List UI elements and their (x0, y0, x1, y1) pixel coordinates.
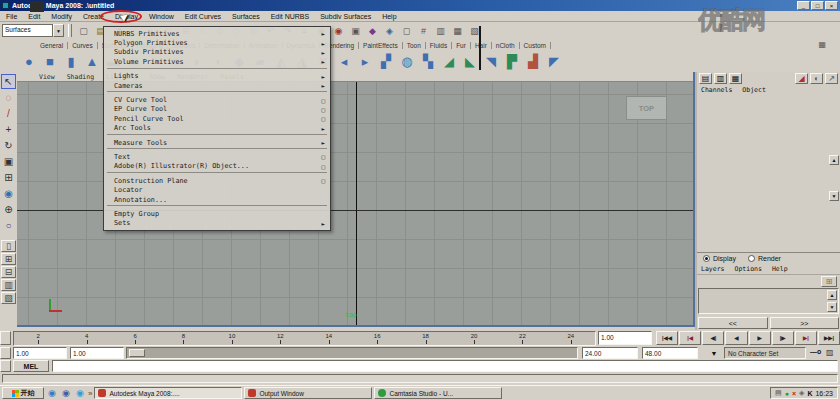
menu-item[interactable] (107, 148, 327, 151)
timeline-tick[interactable]: 10 (208, 332, 256, 345)
toolbox-toggle-icon[interactable]: ▥ (433, 24, 448, 38)
tray-k-icon[interactable]: K (807, 390, 812, 397)
trash-icon[interactable]: ▦ (818, 40, 826, 49)
menu-item[interactable]: Construction Plane □ (104, 176, 330, 185)
menu-bar-item[interactable]: Surfaces (232, 13, 260, 20)
playback-start-field[interactable]: 1.00 (70, 347, 124, 359)
playback-end-field[interactable]: 24.00 (582, 347, 638, 359)
two-pane-stacked-layout-button[interactable]: ⊟ (1, 266, 16, 278)
menu-item-suffix-icon[interactable]: ► (321, 125, 325, 132)
range-slider[interactable] (126, 347, 578, 359)
layer-list[interactable]: ▲ ▼ (698, 288, 839, 314)
new-scene-icon[interactable]: ▢ (76, 24, 91, 38)
step-forward-key-button[interactable]: ▶| (795, 331, 817, 345)
menu-item[interactable]: NURBS Primitives ► (104, 29, 330, 38)
channel-box-menu-item[interactable]: Channels (701, 86, 732, 94)
paint-select-tool[interactable]: / (1, 106, 16, 121)
timeline-tick[interactable]: 6 (111, 332, 159, 345)
character-set-field[interactable]: No Character Set (724, 347, 806, 359)
menu-item-suffix-icon[interactable]: ► (321, 30, 325, 37)
go-to-start-button[interactable]: |◀◀ (656, 331, 678, 345)
menu-item[interactable]: Subdiv Primitives ► (104, 48, 330, 57)
step-back-key-button[interactable]: |◀ (679, 331, 701, 345)
menu-item-suffix-icon[interactable]: ► (321, 220, 325, 227)
menu-item-suffix-icon[interactable]: □ (321, 177, 325, 184)
menu-item-suffix-icon[interactable]: ► (321, 40, 325, 47)
rotate-tool[interactable]: ↻ (1, 138, 16, 153)
menu-item[interactable]: Locator (104, 185, 330, 194)
timeline-tick[interactable]: 20 (450, 332, 498, 345)
taskbar-task-output-window[interactable]: Output Window (244, 387, 372, 399)
menu-bar-item[interactable]: Edit Curves (185, 13, 221, 20)
menu-bar-item[interactable]: Window (149, 13, 174, 20)
shelf-tab[interactable]: General (36, 42, 68, 49)
channel-layout-3-icon[interactable]: ▦ (729, 73, 742, 84)
timeline-tick[interactable]: 2 (14, 332, 62, 345)
timeline-tick[interactable]: 14 (305, 332, 353, 345)
tray-status-icon[interactable]: ● (785, 390, 789, 397)
two-pane-side-layout-button[interactable]: ▥ (1, 279, 16, 291)
key-icon[interactable]: —o (810, 348, 821, 355)
shelf-tab[interactable]: Custom (520, 42, 551, 49)
untrim-icon[interactable]: ◥ (482, 53, 500, 71)
tray-app-icon[interactable]: ◈ (799, 389, 804, 397)
panel-menu-item[interactable]: View (39, 73, 55, 81)
step-forward-frame-button[interactable]: |▶ (772, 331, 794, 345)
anim-end-field[interactable]: 48.00 (642, 347, 698, 359)
menu-item-suffix-icon[interactable]: ► (321, 58, 325, 65)
mel-command-input[interactable] (52, 360, 838, 372)
pane-next-button[interactable]: >> (770, 317, 840, 329)
channel-list-area[interactable]: ▲ ▼ (697, 95, 840, 250)
layer-editor-menu-item[interactable]: Options (734, 265, 761, 273)
nurbs-sphere-icon[interactable]: ● (20, 53, 38, 71)
menu-item-suffix-icon[interactable]: □ (321, 153, 325, 160)
tray-error-icon[interactable]: × (792, 390, 796, 397)
menu-item[interactable]: Annotation... (104, 195, 330, 204)
nurbs-cone-icon[interactable]: ▲ (83, 53, 101, 71)
single-pane-layout-button[interactable]: ▯ (1, 240, 16, 252)
scroll-up-icon[interactable]: ▲ (829, 155, 839, 165)
scroll-down-icon[interactable]: ▼ (829, 191, 839, 201)
quick-launch-ie-icon[interactable]: ◉ (74, 387, 86, 399)
menu-item-suffix-icon[interactable]: □ (321, 115, 325, 122)
menu-item[interactable]: Cameras ► (104, 81, 330, 90)
timeline-tick[interactable]: 22 (498, 332, 546, 345)
menu-item[interactable] (107, 68, 327, 71)
scale-tool[interactable]: ▣ (1, 154, 16, 169)
attach-surfaces-icon[interactable]: ◂ (335, 53, 353, 71)
shelf-tab[interactable]: nCloth (492, 42, 520, 49)
surface-edit-icon[interactable]: ◤ (545, 53, 563, 71)
menu-item[interactable]: Arc Tools ► (104, 124, 330, 133)
move-tool[interactable]: + (1, 122, 16, 137)
hypershade-icon[interactable]: ◈ (382, 24, 397, 38)
printer-icon[interactable]: ▤ (775, 389, 782, 397)
menu-item[interactable]: Sets ► (104, 219, 330, 228)
menu-bar-item[interactable]: Edit NURBS (271, 13, 310, 20)
menu-bar-item[interactable]: Subdiv Surfaces (320, 13, 371, 20)
character-set-menu-icon[interactable]: ▼ (706, 348, 722, 359)
menu-bar-item[interactable]: File (6, 13, 17, 20)
current-frame-marker[interactable] (30, 1, 44, 12)
channel-slider-icon[interactable]: ↗ (825, 73, 838, 84)
menu-item[interactable]: Lights ► (104, 72, 330, 81)
paint-effects-icon[interactable]: ◆ (365, 24, 380, 38)
detach-surfaces-icon[interactable]: ▸ (356, 53, 374, 71)
menu-item[interactable] (107, 134, 327, 137)
menu-bar-item[interactable]: Modify (51, 13, 72, 20)
chevron-down-icon[interactable]: ▼ (53, 24, 64, 37)
channel-layout-2-icon[interactable]: ▥ (714, 73, 727, 84)
section-grip[interactable] (68, 24, 72, 37)
display-radio[interactable]: Display (703, 255, 736, 262)
menu-item[interactable]: Measure Tools ► (104, 138, 330, 147)
channel-speed-icon[interactable]: ◢ (795, 73, 808, 84)
taskbar-task-maya[interactable]: Autodesk Maya 2008:.... (94, 387, 242, 399)
menu-bar-item[interactable]: Help (382, 13, 396, 20)
go-to-end-button[interactable]: ▶▶| (818, 331, 840, 345)
play-backwards-button[interactable]: ◀ (725, 331, 747, 345)
nurbs-cylinder-icon[interactable]: ▮ (62, 53, 80, 71)
persp-outliner-layout-button[interactable]: ▧ (1, 292, 16, 304)
menu-item[interactable]: Pencil Curve Tool □ (104, 114, 330, 123)
soft-mod-tool[interactable]: ◉ (1, 186, 16, 201)
nurbs-cube-icon[interactable]: ■ (41, 53, 59, 71)
lasso-select-tool[interactable]: ◌ (1, 90, 16, 105)
